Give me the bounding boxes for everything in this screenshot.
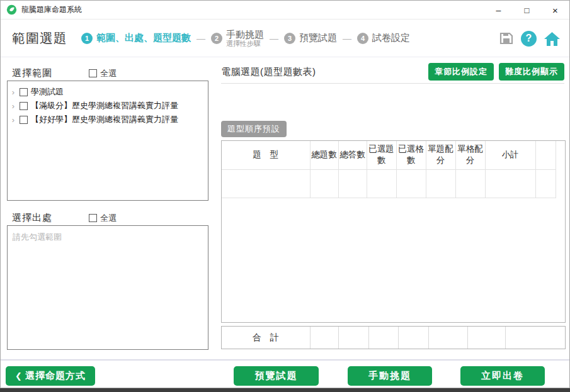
chapter-ratio-button[interactable]: 章節比例設定 (428, 63, 494, 81)
source-section-header: 選擇出處 全選 (12, 212, 117, 224)
col-selected-questions: 已選題數 (367, 141, 396, 169)
range-item-label: 【滿級分】歷史學測總複習講義實力評量 (31, 100, 178, 111)
cell (396, 169, 426, 198)
range-title: 選擇範圍 (12, 67, 52, 79)
range-select-all-label: 全選 (100, 68, 117, 79)
difficulty-ratio-button[interactable]: 難度比例顯示 (499, 63, 564, 81)
step-4-badge: 4 (357, 33, 368, 44)
question-type-table: 題 型 總題數 總答數 已選題數 已選格數 單題配分 單格配分 小計 (222, 141, 556, 198)
col-question-type: 題 型 (222, 141, 310, 169)
chevron-right-icon[interactable]: › (10, 102, 16, 110)
step-indicator: 1 範圍、出處、題型題數 — 2 手動挑題 選擇性步驟 — 3 預覽試題 — (81, 29, 410, 48)
step-separator: — (268, 33, 280, 43)
help-button[interactable]: ? (521, 31, 537, 47)
window-controls: – □ × (484, 1, 569, 20)
type-order-default-button[interactable]: 題型順序預設 (221, 121, 287, 137)
col-points-per-question: 單題配分 (426, 141, 455, 169)
cell (367, 169, 396, 198)
range-tree-panel: › 學測試題 › 【滿級分】歷史學測總複習講義實力評量 › 【好好學】歷史學測總… (7, 81, 208, 201)
step-2-badge: 2 (211, 33, 222, 44)
minimize-button[interactable]: – (484, 1, 513, 20)
source-select-all[interactable]: 全選 (89, 213, 117, 224)
app-logo-icon (6, 4, 17, 15)
cell (505, 327, 565, 349)
cell (455, 169, 485, 198)
totals-row-container: 合 計 (221, 326, 566, 349)
step-1-label: 範圍、出處、題型題數 (96, 32, 191, 44)
col-points-per-blank: 單格配分 (455, 141, 485, 169)
totals-row: 合 計 (222, 327, 565, 349)
main-panel-title: 電腦選題(題型題數表) (221, 66, 316, 78)
save-button[interactable] (499, 31, 514, 46)
cell (222, 169, 310, 198)
range-tree-item[interactable]: › 學測試題 (10, 85, 205, 99)
home-button[interactable] (544, 31, 561, 47)
cell (368, 327, 398, 349)
range-item-label: 學測試題 (31, 86, 64, 98)
range-select-all[interactable]: 全選 (89, 68, 117, 79)
question-type-table-container: 題 型 總題數 總答數 已選題數 已選格數 單題配分 單格配分 小計 (221, 140, 566, 323)
title-bar: 龍騰題庫命題系統 – □ × (1, 1, 569, 20)
main-panel-header: 電腦選題(題型題數表) 章節比例設定 難度比例顯示 (221, 63, 564, 81)
step-separator: — (195, 33, 207, 43)
range-tree-item[interactable]: › 【好好學】歷史學測總複習講義實力評量 (10, 113, 205, 126)
footer-divider (1, 359, 569, 361)
maximize-button[interactable]: □ (513, 1, 541, 20)
back-to-mode-button[interactable]: ❮ 選擇命題方式 (6, 366, 95, 386)
table-header-row: 題 型 總題數 總答數 已選題數 已選格數 單題配分 單格配分 小計 (222, 141, 556, 169)
back-button-label: 選擇命題方式 (25, 370, 86, 382)
help-icon: ? (521, 31, 537, 47)
col-total-answers: 總答數 (338, 141, 367, 169)
chevron-right-icon[interactable]: › (10, 88, 16, 96)
save-icon (499, 31, 514, 46)
chevron-left-icon: ❮ (15, 371, 23, 381)
page-title: 範圍選題 (12, 30, 67, 47)
totals-table: 合 計 (222, 327, 565, 349)
col-total-questions: 總題數 (310, 141, 338, 169)
range-item-checkbox[interactable] (20, 116, 28, 124)
source-list-panel: 請先勾選範圍 (7, 225, 208, 350)
step-4[interactable]: 4 試卷設定 (357, 32, 410, 44)
cell (428, 327, 467, 349)
step-4-label: 試卷設定 (372, 32, 410, 44)
generate-exam-button[interactable]: 立即出卷 (460, 366, 545, 386)
home-icon (544, 31, 561, 47)
step-2-label: 手動挑題 (226, 29, 264, 40)
source-select-all-label: 全選 (100, 213, 117, 224)
step-separator: — (341, 33, 353, 43)
range-select-all-checkbox[interactable] (89, 69, 97, 77)
cell (310, 327, 338, 349)
preview-questions-button[interactable]: 預覽試題 (234, 366, 319, 386)
step-2[interactable]: 2 手動挑題 選擇性步驟 (211, 29, 264, 48)
step-3[interactable]: 3 預覽試題 (284, 32, 337, 44)
col-blank (535, 141, 556, 169)
range-item-checkbox[interactable] (20, 102, 28, 110)
header: 範圍選題 1 範圍、出處、題型題數 — 2 手動挑題 選擇性步驟 — 3 (1, 20, 569, 57)
range-item-checkbox[interactable] (20, 88, 28, 96)
col-subtotal: 小計 (485, 141, 535, 169)
cell (485, 169, 535, 198)
screen: 龍騰題庫命題系統 – □ × 範圍選題 1 範圍、出處、題型題數 — 2 手動挑… (0, 0, 570, 392)
cell (467, 327, 505, 349)
step-1[interactable]: 1 範圍、出處、題型題數 (81, 32, 191, 44)
totals-label: 合 計 (222, 327, 310, 349)
source-title: 選擇出處 (12, 212, 52, 224)
manual-pick-button[interactable]: 手動挑題 (348, 366, 432, 386)
cell (338, 169, 367, 198)
range-tree-item[interactable]: › 【滿級分】歷史學測總複習講義實力評量 (10, 99, 205, 113)
step-3-label: 預覽試題 (299, 32, 337, 44)
chevron-right-icon[interactable]: › (10, 116, 16, 124)
table-empty-row (222, 169, 556, 198)
source-placeholder: 請先勾選範圍 (13, 232, 62, 242)
background-taskbar-strip (0, 388, 570, 392)
step-1-badge: 1 (81, 33, 93, 44)
source-select-all-checkbox[interactable] (89, 214, 97, 222)
step-3-badge: 3 (284, 33, 295, 44)
main-panel-divider (221, 83, 564, 84)
cell (535, 169, 556, 198)
app-window: 龍騰題庫命題系統 – □ × 範圍選題 1 範圍、出處、題型題數 — 2 手動挑… (0, 0, 570, 388)
close-button[interactable]: × (541, 1, 569, 20)
range-item-label: 【好好學】歷史學測總複習講義實力評量 (31, 114, 178, 125)
cell (338, 327, 368, 349)
step-2-subtitle: 選擇性步驟 (226, 40, 264, 48)
